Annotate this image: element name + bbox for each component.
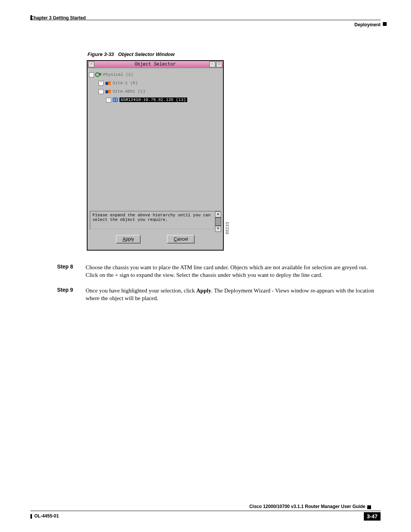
document-page: Chapter 3 Getting Started Deployment Fig… — [0, 0, 411, 532]
apply-button[interactable]: Apply — [116, 235, 140, 243]
footer-title: Cisco 12000/10700 v3.1.1 Router Manager … — [249, 504, 365, 509]
figure-ref-id: 88233 — [225, 222, 229, 234]
svg-rect-4 — [108, 89, 111, 93]
footer-bar — [30, 514, 32, 519]
system-menu-icon[interactable]: – — [88, 61, 94, 67]
svg-point-6 — [114, 99, 115, 100]
svg-rect-3 — [105, 90, 108, 93]
step-9: Step 9 Once you have highlighted your se… — [57, 287, 381, 302]
header-rule — [30, 20, 381, 20]
cancel-button[interactable]: Cancel — [167, 235, 194, 243]
window-title: Object Selector — [135, 62, 176, 67]
svg-rect-5 — [113, 97, 118, 102]
hint-text: Please expand the above hierarchy until … — [92, 213, 210, 222]
steps-list: Step 8 Choose the chassis you want to pl… — [57, 264, 381, 310]
window-titlebar: – Object Selector · □ — [88, 61, 223, 68]
tree-label-physical: Physical (2) — [103, 72, 133, 77]
tree-panel[interactable]: − Physical (2) + Site-1 (5) − Site-Abhi … — [88, 68, 223, 209]
svg-point-0 — [96, 73, 99, 77]
button-row: Apply Cancel — [88, 232, 223, 247]
tree-label-site2: Site-Abhi (1) — [113, 89, 145, 94]
cancel-label-rest: ancel — [177, 236, 188, 242]
tree-collapse-icon[interactable]: − — [99, 89, 104, 94]
figure-num: Figure 3-33 — [88, 51, 114, 57]
svg-rect-1 — [105, 82, 108, 85]
object-selector-window: – Object Selector · □ − Physical (2) + S… — [87, 60, 224, 251]
header-section: Deployment — [354, 22, 381, 27]
step8-body: Choose the chassis you want to place the… — [86, 264, 381, 279]
step8-label: Step 8 — [57, 264, 86, 279]
figure-caption: Figure 3-33 Object Selector Window — [88, 51, 175, 57]
tree-label-site1: Site-1 (5) — [113, 81, 138, 85]
maximize-button[interactable]: □ — [216, 61, 222, 67]
svg-point-7 — [116, 99, 117, 100]
footer-marker — [367, 505, 371, 509]
device-icon — [112, 97, 118, 102]
tree-row-site2[interactable]: − Site-Abhi (1) — [99, 87, 221, 96]
site-icon — [105, 80, 112, 86]
site-icon — [105, 89, 112, 94]
header-marker — [383, 22, 387, 26]
minimize-button[interactable]: · — [209, 61, 215, 67]
step-8: Step 8 Choose the chassis you want to pl… — [57, 264, 381, 279]
step9-label: Step 9 — [57, 287, 86, 302]
figure-title: Object Selector Window — [118, 51, 175, 57]
physical-icon — [95, 72, 102, 77]
tree-expand-icon[interactable]: + — [106, 97, 111, 102]
tree-label-device: GSR12410-10.76.82.135 (13) — [119, 97, 187, 102]
hint-scrollbar[interactable]: ▲ ▼ — [215, 211, 220, 229]
scroll-up-icon[interactable]: ▲ — [215, 211, 221, 217]
tree-expand-icon[interactable]: + — [99, 81, 104, 86]
tree-row-site1[interactable]: + Site-1 (5) — [99, 79, 221, 87]
tree-row-physical[interactable]: − Physical (2) — [89, 70, 221, 79]
svg-point-8 — [114, 100, 115, 101]
tree-collapse-icon[interactable]: − — [89, 72, 94, 77]
step9-body: Once you have highlighted your selection… — [86, 287, 381, 302]
tree-row-device[interactable]: + GSR12410-10.76.82.135 (13) — [106, 96, 221, 104]
page-number: 3-47 — [364, 512, 381, 521]
scroll-down-icon[interactable]: ▼ — [215, 226, 221, 232]
scroll-thumb[interactable] — [215, 217, 221, 226]
hint-panel: Please expand the above hierarchy until … — [90, 211, 221, 229]
svg-rect-2 — [108, 81, 111, 85]
footer-rule — [30, 511, 381, 511]
svg-point-9 — [116, 100, 117, 101]
footer-left: OL-4455-01 — [34, 513, 59, 519]
apply-label-rest: pply — [126, 236, 134, 242]
